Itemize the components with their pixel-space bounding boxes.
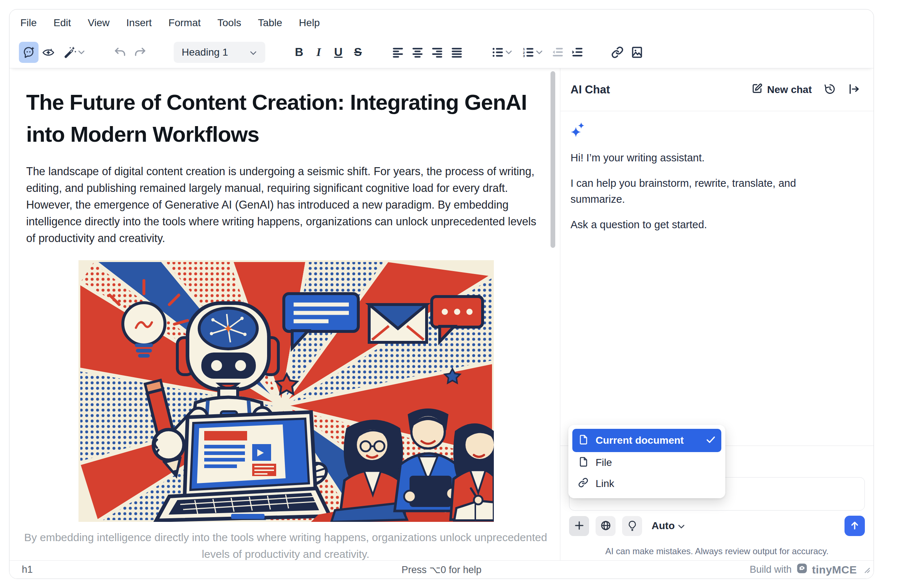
strikethrough-button[interactable]: S bbox=[348, 42, 368, 63]
align-justify-button[interactable] bbox=[447, 42, 466, 63]
ai-review-eye-icon bbox=[42, 46, 55, 58]
menu-table[interactable]: Table bbox=[258, 17, 282, 29]
outdent-button[interactable] bbox=[548, 42, 568, 63]
assistant-message: I can help you brainstorm, rewrite, tran… bbox=[571, 175, 839, 207]
check-icon bbox=[706, 435, 715, 446]
align-center-button[interactable] bbox=[408, 42, 427, 63]
plus-icon bbox=[574, 520, 585, 532]
numbered-list-button[interactable]: 123 bbox=[518, 42, 548, 63]
toolbar: Heading 1 B I U S bbox=[10, 36, 873, 68]
send-arrow-icon bbox=[849, 520, 860, 532]
assistant-message: Ask a question to get started. bbox=[571, 216, 839, 233]
tinymce-logo-icon bbox=[796, 562, 808, 577]
document-paragraph[interactable]: The landscape of digital content creatio… bbox=[26, 163, 540, 246]
editor-scrollbar[interactable] bbox=[550, 71, 555, 248]
assistant-message: Hi! I’m your writing assistant. bbox=[571, 150, 839, 166]
menu-edit[interactable]: Edit bbox=[53, 17, 71, 29]
close-panel-button[interactable] bbox=[848, 83, 860, 96]
align-left-icon bbox=[392, 47, 404, 58]
menu-bar: File Edit View Insert Format Tools Table… bbox=[10, 10, 873, 36]
content-area: The Future of Content Creation: Integrat… bbox=[10, 68, 873, 561]
chevron-down-icon bbox=[249, 47, 257, 58]
ai-sparkles-icon bbox=[571, 122, 863, 139]
history-icon bbox=[824, 83, 836, 96]
bold-label: B bbox=[295, 45, 303, 59]
menu-format[interactable]: Format bbox=[169, 17, 201, 29]
status-bar: h1 Press ⌥0 for help Build with tinyMCE bbox=[10, 561, 873, 578]
menu-help[interactable]: Help bbox=[299, 17, 320, 29]
ai-chat-icon bbox=[23, 46, 35, 58]
menu-item-current-document[interactable]: Current document bbox=[572, 429, 721, 452]
document-figure[interactable]: By embedding intelligence directly into … bbox=[79, 260, 494, 561]
strikethrough-label: S bbox=[354, 45, 361, 59]
undo-icon bbox=[114, 46, 127, 58]
lightbulb-icon bbox=[627, 520, 638, 532]
underline-button[interactable]: U bbox=[329, 42, 348, 63]
align-justify-icon bbox=[451, 47, 463, 58]
menu-file[interactable]: File bbox=[20, 17, 37, 29]
menu-item-file[interactable]: File bbox=[572, 452, 721, 473]
ai-chat-header: AI Chat New chat bbox=[560, 68, 873, 111]
align-right-icon bbox=[431, 47, 443, 58]
numbered-list-icon: 123 bbox=[523, 47, 534, 58]
menu-view[interactable]: View bbox=[87, 17, 110, 29]
format-select-value: Heading 1 bbox=[182, 47, 228, 58]
document-icon bbox=[578, 434, 588, 447]
file-icon bbox=[578, 456, 588, 469]
ai-disclaimer: AI can make mistakes. Always review outp… bbox=[560, 546, 873, 556]
globe-icon bbox=[600, 520, 611, 532]
tinymce-editor-window: File Edit View Insert Format Tools Table… bbox=[9, 9, 874, 579]
bullet-list-button[interactable] bbox=[487, 42, 518, 63]
align-center-icon bbox=[412, 47, 423, 58]
svg-text:3: 3 bbox=[523, 54, 525, 58]
chat-input-toolbar: Auto bbox=[569, 516, 685, 536]
send-message-button[interactable] bbox=[844, 516, 865, 536]
exit-panel-icon bbox=[848, 83, 860, 96]
ai-shortcuts-button[interactable] bbox=[58, 42, 90, 63]
link-icon bbox=[611, 46, 624, 58]
indent-button[interactable] bbox=[568, 42, 587, 63]
image-icon bbox=[631, 46, 643, 58]
model-mode-select[interactable]: Auto bbox=[652, 520, 685, 531]
bold-button[interactable]: B bbox=[289, 42, 309, 63]
new-chat-button[interactable]: New chat bbox=[752, 83, 812, 96]
branding-name[interactable]: tinyMCE bbox=[812, 564, 857, 576]
chat-history-button[interactable] bbox=[824, 83, 836, 96]
chevron-down-icon bbox=[536, 50, 543, 55]
add-attachment-button[interactable] bbox=[569, 516, 589, 536]
web-search-button[interactable] bbox=[595, 516, 616, 536]
menu-item-link[interactable]: Link bbox=[572, 473, 721, 494]
menu-tools[interactable]: Tools bbox=[217, 17, 241, 29]
ai-review-button[interactable] bbox=[39, 42, 58, 63]
image-caption[interactable]: By embedding intelligence directly into … bbox=[24, 529, 547, 561]
magic-wand-icon bbox=[63, 46, 76, 59]
align-left-button[interactable] bbox=[388, 42, 408, 63]
undo-button[interactable] bbox=[110, 42, 130, 63]
new-chat-icon bbox=[752, 83, 763, 96]
menu-item-label: Current document bbox=[595, 435, 699, 446]
format-select[interactable]: Heading 1 bbox=[174, 42, 265, 63]
document-title[interactable]: The Future of Content Creation: Integrat… bbox=[26, 87, 531, 150]
insert-link-button[interactable] bbox=[608, 42, 627, 63]
underline-label: U bbox=[334, 45, 342, 59]
menu-insert[interactable]: Insert bbox=[126, 17, 152, 29]
bullet-list-icon bbox=[492, 47, 503, 58]
document-illustration-image[interactable] bbox=[79, 260, 494, 522]
suggestions-button[interactable] bbox=[622, 516, 642, 536]
menu-item-label: Link bbox=[595, 478, 715, 489]
redo-button[interactable] bbox=[130, 42, 150, 63]
model-mode-value: Auto bbox=[652, 520, 675, 531]
ai-chat-messages: Hi! I’m your writing assistant. I can he… bbox=[560, 111, 873, 233]
outdent-icon bbox=[552, 47, 563, 58]
attachment-context-menu: Current document File bbox=[568, 425, 725, 498]
ai-chat-title: AI Chat bbox=[571, 83, 610, 96]
indent-icon bbox=[571, 47, 583, 58]
ai-chat-button[interactable] bbox=[19, 42, 39, 63]
italic-label: I bbox=[316, 45, 321, 59]
menu-item-label: File bbox=[595, 457, 715, 468]
italic-button[interactable]: I bbox=[309, 42, 329, 63]
link-icon bbox=[578, 478, 588, 490]
align-right-button[interactable] bbox=[427, 42, 447, 63]
insert-image-button[interactable] bbox=[627, 42, 647, 63]
editor-content-area[interactable]: The Future of Content Creation: Integrat… bbox=[10, 68, 560, 561]
